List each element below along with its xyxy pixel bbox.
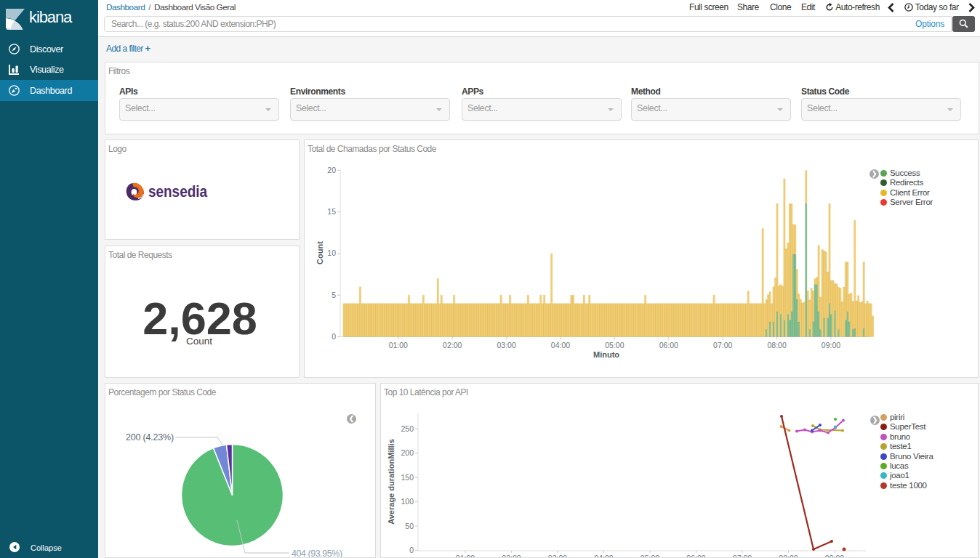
- svg-text:200: 200: [401, 448, 414, 457]
- svg-text:150: 150: [401, 473, 414, 482]
- svg-text:sensedia: sensedia: [148, 182, 208, 201]
- svg-text:20: 20: [327, 166, 336, 174]
- svg-text:06:00: 06:00: [659, 341, 678, 349]
- svg-text:0: 0: [332, 332, 336, 341]
- svg-text:09:00: 09:00: [822, 341, 840, 349]
- svg-text:05:00: 05:00: [605, 341, 624, 349]
- svg-text:04:00: 04:00: [551, 341, 570, 349]
- svg-text:200 (4.23%): 200 (4.23%): [126, 432, 174, 442]
- svg-text:100: 100: [401, 497, 414, 506]
- svg-text:07:00: 07:00: [713, 341, 732, 349]
- svg-text:05:00: 05:00: [640, 554, 659, 557]
- svg-text:01:00: 01:00: [456, 554, 475, 557]
- svg-text:250: 250: [401, 424, 414, 433]
- svg-text:03:00: 03:00: [497, 341, 515, 349]
- svg-text:07:00: 07:00: [733, 554, 752, 557]
- svg-text:10: 10: [327, 248, 336, 257]
- svg-text:01:00: 01:00: [389, 341, 408, 349]
- svg-text:15: 15: [327, 207, 336, 216]
- svg-text:5: 5: [332, 291, 336, 299]
- svg-text:06:00: 06:00: [686, 554, 705, 557]
- svg-text:02:00: 02:00: [443, 341, 462, 349]
- svg-text:50: 50: [405, 522, 414, 530]
- svg-text:404 (93.95%): 404 (93.95%): [292, 549, 342, 557]
- svg-text:03:00: 03:00: [548, 554, 567, 557]
- svg-text:04:00: 04:00: [594, 554, 613, 557]
- svg-text:09:00: 09:00: [825, 554, 844, 557]
- svg-text:08:00: 08:00: [767, 341, 786, 349]
- svg-text:Minuto: Minuto: [593, 350, 619, 359]
- svg-text:Average durationMillis: Average durationMillis: [387, 439, 395, 525]
- svg-text:0: 0: [409, 546, 414, 554]
- svg-text:08:00: 08:00: [779, 554, 798, 557]
- svg-text:Count: Count: [316, 241, 324, 264]
- svg-text:02:00: 02:00: [502, 554, 521, 557]
